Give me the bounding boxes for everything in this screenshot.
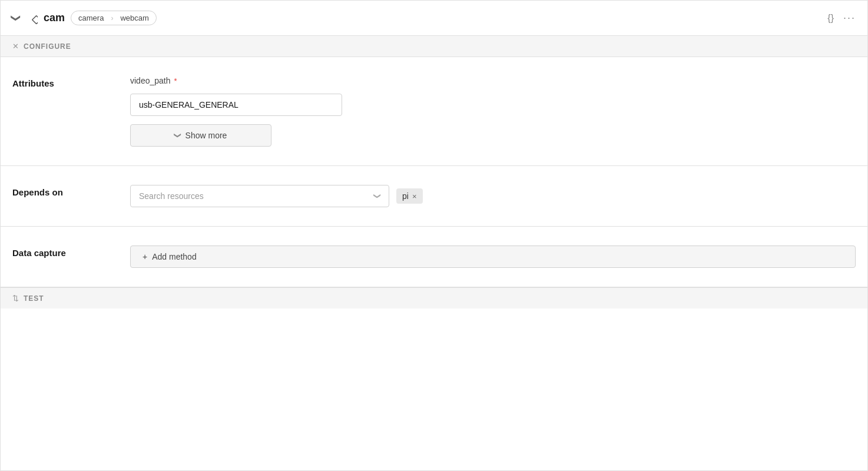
main-container: ❯ cam camera › webcam {} ··· ✕ CONFIGURE… [0,0,868,471]
data-capture-content: + Add method [130,246,856,268]
header-row: ❯ cam camera › webcam {} ··· [1,1,867,36]
depends-on-section: Depends on Search resources ❯ pi × [1,166,867,227]
depends-row: Search resources ❯ pi × [130,185,856,207]
test-expand-icon[interactable]: ⇅ [12,294,19,303]
breadcrumb-camera: camera [71,11,111,25]
video-path-input[interactable] [130,94,342,116]
required-marker: * [174,77,177,85]
json-icon[interactable]: {} [827,13,834,24]
data-capture-label: Data capture [12,246,130,258]
chip-close-icon[interactable]: × [412,193,417,200]
configure-section-header: ✕ CONFIGURE [1,36,867,57]
breadcrumb-tag[interactable]: camera › webcam [71,11,157,25]
attributes-label: Attributes [12,76,130,88]
more-options-icon[interactable]: ··· [843,12,856,24]
search-chevron-icon: ❯ [373,193,382,199]
component-name: cam [44,12,65,24]
show-more-chevron: ❯ [174,132,182,138]
attribute-field-name: video_path [130,76,171,85]
test-section-header: ⇅ TEST [1,287,867,309]
header-left: ❯ cam camera › webcam [12,11,827,25]
show-more-button[interactable]: ❯ Show more [130,124,271,147]
data-capture-section: Data capture + Add method [1,227,867,287]
add-method-button[interactable]: + Add method [130,246,856,268]
test-title: TEST [24,294,44,303]
attributes-content: video_path * ❯ Show more [130,76,856,147]
depends-on-content: Search resources ❯ pi × [130,185,856,207]
search-resources-placeholder: Search resources [139,191,204,201]
search-resources-select[interactable]: Search resources ❯ [130,185,389,207]
plus-icon: + [143,252,147,261]
attribute-field-row: video_path * [130,76,856,85]
chip-label: pi [402,191,409,201]
component-type-icon [26,12,38,24]
attributes-section: Attributes video_path * ❯ Show more [1,57,867,166]
configure-collapse-icon[interactable]: ✕ [12,42,19,51]
header-right: {} ··· [827,12,856,24]
add-method-label: Add method [152,252,197,261]
collapse-icon[interactable]: ❯ [11,14,22,22]
configure-title: CONFIGURE [24,42,71,51]
depends-on-label: Depends on [12,185,130,197]
show-more-label: Show more [185,131,227,140]
pi-chip: pi × [396,188,423,204]
breadcrumb-webcam: webcam [113,11,155,25]
svg-rect-0 [32,15,38,24]
